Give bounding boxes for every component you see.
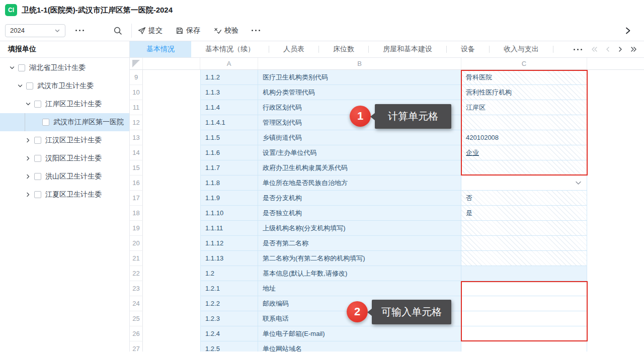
cell-b-label[interactable]: 设置/主办单位代码	[258, 145, 461, 160]
year-select[interactable]: 2024	[5, 24, 65, 37]
cell-c-value[interactable]: 420102008	[461, 130, 587, 145]
tree-item-汉阳区卫生计生委[interactable]: 汉阳区卫生计生委	[0, 149, 129, 167]
cell-a-code[interactable]: 1.1.4.1	[200, 115, 258, 130]
checkbox[interactable]	[34, 155, 41, 162]
tab-资产与负[interactable]: 资产与负	[553, 41, 566, 57]
column-header-a[interactable]: A	[200, 58, 258, 69]
tree-item-武汉市卫生计生委[interactable]: 武汉市卫生计生委	[0, 77, 129, 95]
cell-a-code[interactable]: 1.1.4	[200, 100, 258, 115]
tree-item-武汉市江岸区第一医院[interactable]: 武汉市江岸区第一医院	[0, 113, 129, 131]
cell-a-code[interactable]: 1.1.10	[200, 206, 258, 221]
cell-b-label[interactable]: 地址	[258, 281, 461, 296]
select-all-corner[interactable]	[130, 58, 143, 69]
cell-b-label[interactable]: 上级机构名称(分支机构填写)	[258, 221, 461, 236]
tree-item-江岸区卫生计生委[interactable]: 江岸区卫生计生委	[0, 95, 129, 113]
cell-a-code[interactable]: 1.1.12	[200, 236, 258, 251]
cell-b-label[interactable]: 是否分支机构	[258, 191, 461, 206]
cell-c-value[interactable]	[461, 281, 587, 296]
cell-b-label[interactable]: 单位所在地是否民族自治地方	[258, 175, 461, 191]
chevron-right-icon[interactable]	[25, 173, 33, 180]
tabs-next-icon[interactable]	[618, 46, 623, 52]
cell-a-code[interactable]: 1.2.1	[200, 281, 258, 296]
checkbox[interactable]	[34, 191, 41, 198]
cell-a-code[interactable]: 1.1.3	[200, 85, 258, 100]
cell-b-label[interactable]: 乡镇街道代码	[258, 130, 461, 145]
chevron-down-icon[interactable]	[9, 65, 17, 71]
chevron-right-icon[interactable]	[25, 192, 33, 198]
tab-人员表[interactable]: 人员表	[269, 41, 318, 57]
cell-b-label[interactable]: 是否有第二名称	[258, 236, 461, 251]
submit-button[interactable]: 提交	[138, 26, 163, 35]
cell-b-label[interactable]: 政府办卫生机构隶属关系代码	[258, 160, 461, 175]
cell-c-value[interactable]: 是	[461, 206, 587, 221]
tab-基本情况[interactable]: 基本情况	[130, 41, 191, 57]
tree-item-江汉区卫生计生委[interactable]: 江汉区卫生计生委	[0, 131, 129, 149]
tree-item-湖北省卫生计生委[interactable]: 湖北省卫生计生委	[0, 59, 129, 77]
cell-a-code[interactable]: 1.1.11	[200, 221, 258, 236]
cell-a-code[interactable]: 1.2.3	[200, 311, 258, 326]
tabs-prev-icon[interactable]	[605, 46, 610, 52]
cell-c-value[interactable]	[461, 266, 587, 281]
checkbox[interactable]	[42, 119, 49, 126]
column-header-c[interactable]: C	[461, 58, 587, 69]
chevron-down-icon[interactable]	[17, 83, 25, 89]
cell-c-value[interactable]: 营利性医疗机构	[461, 85, 587, 100]
save-button[interactable]: 保存	[176, 26, 200, 35]
cell-a-code[interactable]: 1.1.5	[200, 130, 258, 145]
cell-a-code[interactable]: 1.1.8	[200, 175, 258, 191]
cell-c-value[interactable]	[461, 251, 587, 266]
cell-c-value[interactable]	[461, 341, 587, 351]
cell-a-code[interactable]: 1.2.4	[200, 326, 258, 341]
cell-c-value[interactable]	[461, 311, 587, 326]
checkbox[interactable]	[34, 101, 41, 108]
chevron-down-icon[interactable]	[575, 181, 582, 185]
cell-a-code[interactable]: 1.2	[200, 266, 258, 281]
cell-c-value[interactable]	[461, 221, 587, 236]
tab-基本情况（续）[interactable]: 基本情况（续）	[191, 41, 269, 57]
cell-a-code[interactable]: 1.2.2	[200, 296, 258, 311]
cell-c-value[interactable]	[461, 175, 587, 191]
checkbox[interactable]	[34, 173, 41, 180]
tab-设备[interactable]: 设备	[447, 41, 489, 57]
expand-panel-icon[interactable]	[624, 26, 632, 35]
more-actions-icon[interactable]	[251, 30, 261, 31]
tabs-first-icon[interactable]	[591, 46, 598, 52]
cell-b-label[interactable]: 基本信息(默认上年数,请修改)	[258, 266, 461, 281]
cell-c-value[interactable]	[461, 160, 587, 175]
cell-c-value[interactable]: 江岸区	[461, 100, 587, 115]
tree-item-洪山区卫生计生委[interactable]: 洪山区卫生计生委	[0, 167, 129, 186]
cell-b-label[interactable]: 机构分类管理代码	[258, 85, 461, 100]
cell-a-code[interactable]: 1.1.7	[200, 160, 258, 175]
chevron-right-icon[interactable]	[25, 155, 33, 161]
cell-a-code[interactable]: 1.1.2	[200, 70, 258, 85]
cell-c-value[interactable]	[461, 326, 587, 341]
search-icon[interactable]	[113, 26, 122, 35]
cell-b-label[interactable]: 第二名称为(有第二名称的机构填写)	[258, 251, 461, 266]
tab-床位数[interactable]: 床位数	[319, 41, 368, 57]
cell-c-value[interactable]	[461, 236, 587, 251]
tab-收入与支出[interactable]: 收入与支出	[490, 41, 553, 57]
cell-c-value[interactable]	[461, 115, 587, 130]
cell-c-value[interactable]	[461, 296, 587, 311]
cell-c-value[interactable]: 企业	[461, 145, 587, 160]
cell-b-label[interactable]: 是否独立机构	[258, 206, 461, 221]
cell-a-code[interactable]: 1.1.9	[200, 191, 258, 206]
cell-c-value[interactable]: 骨科医院	[461, 70, 587, 85]
tabs-last-icon[interactable]	[630, 46, 637, 52]
chevron-right-icon[interactable]	[25, 137, 33, 143]
cell-a-code[interactable]: 1.1.13	[200, 251, 258, 266]
cell-a-code[interactable]: 1.1.6	[200, 145, 258, 160]
cell-a-code[interactable]: 1.2.5	[200, 341, 258, 351]
cell-b-label[interactable]: 单位电子邮箱(E-mail)	[258, 326, 461, 341]
tabs-more-icon[interactable]	[573, 49, 583, 50]
column-header-b[interactable]: B	[258, 58, 461, 69]
tab-房屋和基本建设[interactable]: 房屋和基本建设	[369, 41, 446, 57]
validate-button[interactable]: 校验	[213, 26, 238, 35]
checkbox[interactable]	[18, 64, 25, 71]
checkbox[interactable]	[34, 137, 41, 144]
checkbox[interactable]	[26, 82, 33, 90]
cell-b-label[interactable]: 医疗卫生机构类别代码	[258, 70, 461, 85]
tree-item-江夏区卫生计生委[interactable]: 江夏区卫生计生委	[0, 186, 129, 204]
cell-b-label[interactable]: 单位网站域名	[258, 341, 461, 351]
chevron-down-icon[interactable]	[25, 101, 33, 107]
